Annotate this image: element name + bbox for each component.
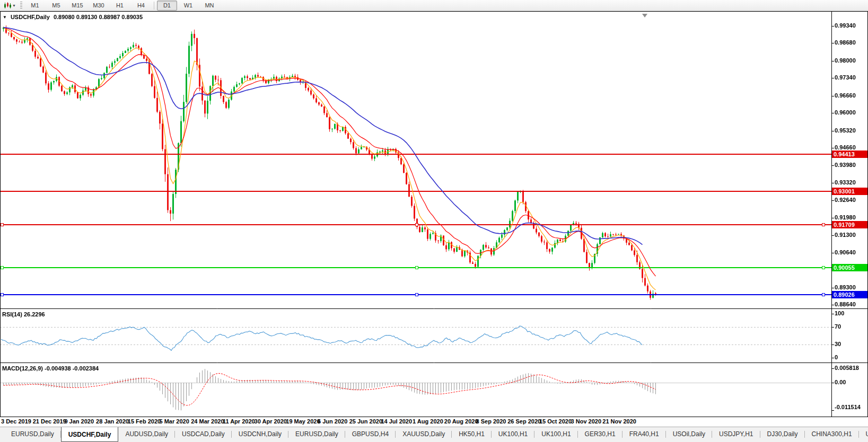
chart-type-button[interactable]: ▼ bbox=[2, 1, 18, 11]
price-axis-label: 0.96660 bbox=[835, 92, 856, 99]
price-axis-label: 0.94660 bbox=[835, 144, 856, 151]
price-axis-label: 0.91300 bbox=[835, 232, 856, 238]
dropdown-caret-icon: ▼ bbox=[12, 1, 16, 11]
price-axis-label: 0.96000 bbox=[835, 109, 856, 116]
date-label: 24 Mar 2020 bbox=[191, 418, 224, 425]
rsi-axis-label: 70 bbox=[835, 323, 841, 330]
price-axis-label: 0.95320 bbox=[835, 127, 856, 134]
chart-symbol-period: USDCHF,Daily bbox=[11, 14, 50, 20]
timeframe-buttons: M1M5M15M30H1H4D1W1MN bbox=[24, 1, 220, 11]
tab-usoil-daily[interactable]: USOil,Daily bbox=[666, 427, 712, 442]
date-label: 15 Oct 2020 bbox=[539, 418, 572, 425]
hline-price-badge: 0.91709 bbox=[832, 221, 867, 228]
tab-usdjpy-h1[interactable]: USDJPY,H1 bbox=[712, 427, 760, 442]
price-chart-canvas[interactable] bbox=[0, 11, 868, 417]
date-label: 11 Apr 2020 bbox=[223, 418, 255, 425]
price-axis-label: 0.89300 bbox=[835, 284, 856, 290]
chart-tab-bar: EURUSD,DailyUSDCHF,DailyAUDUSD,DailyUSDC… bbox=[0, 427, 868, 442]
tab-uk100-h1[interactable]: UK100,H1 bbox=[534, 427, 577, 442]
date-label: 19 May 2020 bbox=[286, 418, 320, 425]
timeframe-button-h1[interactable]: H1 bbox=[110, 1, 130, 11]
price-axis-label: 0.91980 bbox=[835, 214, 856, 220]
price-axis-label: 0.88640 bbox=[835, 301, 856, 307]
toolbar-grip-handle[interactable] bbox=[20, 2, 22, 9]
hline-price-badge: 0.89026 bbox=[832, 291, 867, 298]
tab-ger30-h1[interactable]: GER30,H1 bbox=[578, 427, 622, 442]
price-axis-label: 0.92640 bbox=[835, 197, 856, 203]
timeframe-button-m30[interactable]: M30 bbox=[89, 1, 109, 11]
date-label: 15 Feb 2020 bbox=[128, 418, 161, 425]
rsi-axis-label: 0 bbox=[835, 354, 838, 360]
date-label: 3 Dec 2019 bbox=[1, 418, 31, 425]
tab-gbpusd-h4[interactable]: GBPUSD,H4 bbox=[345, 427, 396, 442]
timeframe-button-m15[interactable]: M15 bbox=[67, 1, 87, 11]
hline-price-badge: 0.94413 bbox=[832, 151, 867, 158]
date-label: 8 Sep 2020 bbox=[476, 418, 506, 425]
tab-fra40-h1[interactable]: FRA40,H1 bbox=[622, 427, 666, 442]
price-axis-label: 0.93320 bbox=[835, 179, 856, 185]
date-label: 25 Jun 2020 bbox=[349, 418, 382, 425]
timeframe-button-m5[interactable]: M5 bbox=[46, 1, 66, 11]
chart-window: ▼ USDCHF,Daily 0.89080 0.89130 0.88987 0… bbox=[0, 11, 868, 417]
date-axis[interactable]: 3 Dec 201921 Dec 20199 Jan 202028 Jan 20… bbox=[0, 417, 868, 427]
price-axis-label: 0.93980 bbox=[835, 162, 856, 168]
price-axis-label: 0.98680 bbox=[835, 39, 856, 46]
date-label: 5 Mar 2020 bbox=[160, 418, 189, 425]
tab-eurusd-daily[interactable]: EURUSD,Daily bbox=[4, 427, 61, 442]
date-label: 21 Dec 2019 bbox=[33, 418, 66, 425]
tab-uk100-h1[interactable]: UK100,H1 bbox=[492, 427, 534, 442]
hline-price-badge: 0.90055 bbox=[832, 264, 867, 271]
tab-usdcnh-daily[interactable]: USDCNH,Daily bbox=[232, 427, 288, 442]
tab-china300-h1[interactable]: CHINA300,H1 bbox=[805, 427, 859, 442]
chart-ohlc-values: 0.89080 0.89130 0.88987 0.89035 bbox=[54, 14, 143, 20]
chart-shift-marker[interactable] bbox=[642, 14, 647, 17]
date-label: 9 Jan 2020 bbox=[64, 418, 94, 425]
timeframe-button-d1[interactable]: D1 bbox=[157, 1, 177, 11]
timeframe-button-w1[interactable]: W1 bbox=[178, 1, 198, 11]
timeframe-button-h4[interactable]: H4 bbox=[131, 1, 151, 11]
tab-audusd-daily[interactable]: AUDUSD,Daily bbox=[118, 427, 175, 442]
tab-usdchf-daily[interactable]: USDCHF,Daily bbox=[61, 427, 119, 442]
tab-dj30-daily[interactable]: DJ30,Daily bbox=[760, 427, 805, 442]
date-label: 26 Sep 2020 bbox=[507, 418, 541, 425]
timeframe-button-m1[interactable]: M1 bbox=[25, 1, 45, 11]
chart-title: ▼ USDCHF,Daily 0.89080 0.89130 0.88987 0… bbox=[3, 14, 143, 20]
top-toolbar: ▼ M1M5M15M30H1H4D1W1MN bbox=[0, 0, 868, 11]
date-label: 1 Aug 2020 bbox=[413, 418, 443, 425]
macd-indicator-label: MACD(12,26,9) -0.004938 -0.002384 bbox=[2, 365, 99, 372]
price-axis-label: 0.98000 bbox=[835, 57, 856, 64]
chart-type-icon bbox=[4, 2, 11, 9]
toolbar-divider bbox=[154, 2, 154, 10]
tab-usdcad-daily[interactable]: USDCAD,Daily bbox=[175, 427, 232, 442]
tab-hk50-h1[interactable]: HK50,H1 bbox=[452, 427, 492, 442]
date-label: 28 Jan 2020 bbox=[96, 418, 129, 425]
rsi-axis-label: 30 bbox=[835, 341, 841, 347]
date-label: 30 Apr 2020 bbox=[255, 418, 287, 425]
rsi-indicator-label: RSI(14) 26.2296 bbox=[2, 311, 45, 317]
price-axis-label: 0.90640 bbox=[835, 249, 856, 255]
tab-xauusd-daily[interactable]: XAUUSD,Daily bbox=[396, 427, 452, 442]
macd-axis-label: 0.00 bbox=[835, 379, 846, 385]
date-label: 3 Nov 2020 bbox=[571, 418, 601, 425]
price-axis-label: 0.99340 bbox=[835, 22, 856, 29]
macd-axis-label: -0.011514 bbox=[835, 404, 861, 410]
date-label: 21 Nov 2020 bbox=[602, 418, 636, 425]
timeframe-button-mn[interactable]: MN bbox=[199, 1, 220, 11]
macd-axis-label: 0.005818 bbox=[835, 365, 859, 371]
date-label: 6 Jun 2020 bbox=[318, 418, 347, 425]
one-click-trading-toggle[interactable]: ▼ bbox=[3, 15, 7, 20]
date-label: 14 Jul 2020 bbox=[381, 418, 412, 425]
tab-usoil-h1[interactable]: USOil,H1 bbox=[859, 427, 868, 442]
date-label: 20 Aug 2020 bbox=[444, 418, 478, 425]
hline-price-badge: 0.93001 bbox=[832, 188, 867, 195]
price-axis-label: 0.97340 bbox=[835, 74, 856, 81]
rsi-axis-label: 100 bbox=[835, 310, 844, 316]
tab-eurusd-daily[interactable]: EURUSD,Daily bbox=[288, 427, 345, 442]
